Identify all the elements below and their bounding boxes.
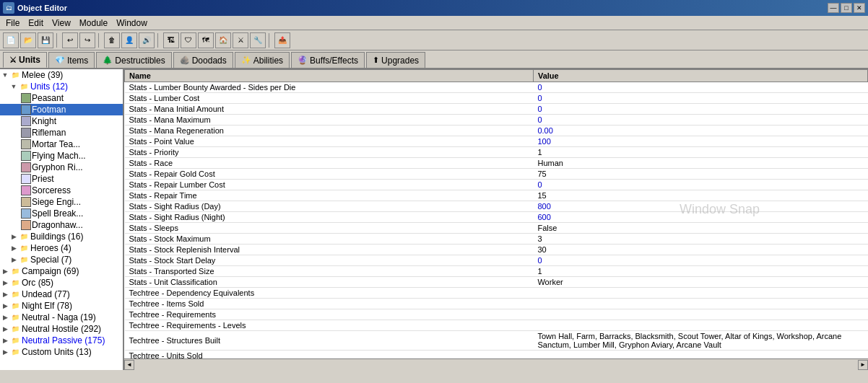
tree-group-buildings[interactable]: ▶ 📁 Buildings (16) <box>0 231 123 242</box>
h-scroll-left[interactable]: ◄ <box>124 360 134 370</box>
tree-unit-footman[interactable]: Footman <box>0 104 123 115</box>
tree-unit-gryphon[interactable]: Gryphon Ri... <box>0 162 123 173</box>
table-row[interactable]: Stats - Point Value100 <box>125 136 868 147</box>
expand-custom[interactable]: ▶ <box>1 348 9 356</box>
minimize-button[interactable]: — <box>828 3 839 13</box>
props-table[interactable]: Name Value Stats - Lumber Bounty Awarded… <box>124 69 868 358</box>
tree-unit-priest[interactable]: Priest <box>0 173 123 185</box>
tree-panel[interactable]: ▼ 📁 Melee (39) ▼ 📁 Units (12) Peasant Fo… <box>0 69 124 370</box>
expand-passive[interactable]: ▶ <box>1 337 9 344</box>
tb-save[interactable]: 💾 <box>38 32 53 48</box>
table-row[interactable]: Techtree - Dependency Equivalents <box>125 288 868 299</box>
table-row[interactable]: Techtree - Items Sold <box>125 299 868 309</box>
tree-group-undead[interactable]: ▶ 📁 Undead (77) <box>0 289 123 300</box>
h-scroll-track[interactable] <box>134 360 858 370</box>
table-row[interactable]: Techtree - Requirements - Levels <box>125 320 868 331</box>
tree-group-heroes[interactable]: ▶ 📁 Heroes (4) <box>0 242 123 254</box>
table-row[interactable]: Stats - RaceHuman <box>125 158 868 169</box>
tree-group-hostile[interactable]: ▶ 📁 Neutral Hostile (292) <box>0 323 123 335</box>
tree-unit-peasant[interactable]: Peasant <box>0 92 123 104</box>
title-bar-buttons[interactable]: — □ ✕ <box>828 3 865 13</box>
h-scroll-right[interactable]: ► <box>858 360 868 370</box>
tb-export[interactable]: 📤 <box>274 32 290 48</box>
table-row[interactable]: Stats - Priority1 <box>125 147 868 158</box>
table-row[interactable]: Stats - Stock Maximum3 <box>125 234 868 245</box>
tree-unit-mortar[interactable]: Mortar Tea... <box>0 138 123 150</box>
menu-edit[interactable]: Edit <box>24 17 48 30</box>
tab-doodads[interactable]: 🪨 Doodads <box>173 52 233 68</box>
tree-group-naga[interactable]: ▶ 📁 Neutral - Naga (19) <box>0 312 123 323</box>
tree-group-campaign[interactable]: ▶ 📁 Campaign (69) <box>0 265 123 277</box>
tb-redo[interactable]: ↪ <box>79 32 95 48</box>
tree-unit-spellbreaker[interactable]: Spell Break... <box>0 208 123 219</box>
tab-upgrades[interactable]: ⬆ Upgrades <box>366 52 425 68</box>
menu-window[interactable]: Window <box>112 17 152 30</box>
expand-buildings[interactable]: ▶ <box>10 233 17 240</box>
table-row[interactable]: Stats - Repair Lumber Cost0 <box>125 180 868 190</box>
table-row[interactable]: Techtree - Structures BuiltTown Hall, Fa… <box>125 331 868 351</box>
tree-unit-dragonhawk[interactable]: Dragonhaw... <box>0 219 123 231</box>
tree-group-orc[interactable]: ▶ 📁 Orc (85) <box>0 277 123 289</box>
tree-group-nightelf[interactable]: ▶ 📁 Night Elf (78) <box>0 300 123 312</box>
tree-unit-knight[interactable]: Knight <box>0 115 123 127</box>
expand-units[interactable]: ▼ <box>10 83 17 90</box>
tb-undo[interactable]: ↩ <box>62 32 78 48</box>
tb-btn4[interactable]: 👤 <box>121 32 137 48</box>
table-row[interactable]: Stats - Stock Start Delay0 <box>125 255 868 266</box>
tree-unit-siege[interactable]: Siege Engi... <box>0 196 123 208</box>
tb-btn5[interactable]: 🔊 <box>139 32 155 48</box>
table-row[interactable]: Stats - Mana Maximum0 <box>125 115 868 126</box>
table-row[interactable]: Stats - Mana Initial Amount0 <box>125 104 868 115</box>
close-button[interactable]: ✕ <box>854 3 865 13</box>
tree-unit-rifleman[interactable]: Rifleman <box>0 127 123 138</box>
table-row[interactable]: Stats - Lumber Cost0 <box>125 93 868 104</box>
tab-units[interactable]: ⚔ Units <box>3 52 47 68</box>
table-row[interactable]: Stats - Repair Time15 <box>125 190 868 201</box>
tb-open[interactable]: 📂 <box>20 32 36 48</box>
table-row[interactable]: Techtree - Units Sold <box>125 351 868 359</box>
expand-hostile[interactable]: ▶ <box>1 325 9 333</box>
h-scrollbar[interactable]: ◄ ► <box>124 358 868 370</box>
table-row[interactable]: Stats - Lumber Bounty Awarded - Sides pe… <box>125 82 868 93</box>
table-row[interactable]: Techtree - Requirements <box>125 309 868 320</box>
menu-file[interactable]: File <box>1 17 24 30</box>
expand-nightelf[interactable]: ▶ <box>1 302 9 309</box>
tab-buffs[interactable]: 🔮 Buffs/Effects <box>291 52 365 68</box>
table-row[interactable]: Stats - Sight Radius (Day)800 <box>125 201 868 212</box>
tree-group-units[interactable]: ▼ 📁 Units (12) <box>0 81 123 92</box>
expand-campaign[interactable]: ▶ <box>1 268 9 275</box>
expand-undead[interactable]: ▶ <box>1 291 9 298</box>
tb-new[interactable]: 📄 <box>3 32 19 48</box>
table-row[interactable]: Stats - SleepsFalse <box>125 223 868 234</box>
tab-destructibles[interactable]: 🌲 Destructibles <box>96 52 171 68</box>
tab-abilities[interactable]: ✨ Abilities <box>235 52 290 68</box>
tree-group-melee[interactable]: ▼ 📁 Melee (39) <box>0 69 123 81</box>
maximize-button[interactable]: □ <box>841 3 852 13</box>
expand-orc[interactable]: ▶ <box>1 279 9 286</box>
tb-btn10[interactable]: ⚔ <box>233 32 248 48</box>
table-row[interactable]: Stats - Stock Replenish Interval30 <box>125 245 868 255</box>
tree-group-special[interactable]: ▶ 📁 Special (7) <box>0 254 123 265</box>
expand-special[interactable]: ▶ <box>10 256 17 263</box>
tab-items[interactable]: 💎 Items <box>48 52 95 68</box>
expand-heroes[interactable]: ▶ <box>10 245 17 252</box>
tb-btn8[interactable]: 🗺 <box>198 32 214 48</box>
tree-unit-sorceress[interactable]: Sorceress <box>0 185 123 196</box>
tb-btn11[interactable]: 🔧 <box>250 32 266 48</box>
tb-btn3[interactable]: 🗑 <box>104 32 120 48</box>
table-row[interactable]: Stats - Transported Size1 <box>125 266 868 277</box>
tree-group-custom[interactable]: ▶ 📁 Custom Units (13) <box>0 346 123 358</box>
tb-btn6[interactable]: 🏗 <box>163 32 179 48</box>
expand-melee[interactable]: ▼ <box>1 71 9 79</box>
table-row[interactable]: Stats - Unit ClassificationWorker <box>125 277 868 288</box>
tree-group-passive[interactable]: ▶ 📁 Neutral Passive (175) <box>0 335 123 346</box>
table-row[interactable]: Stats - Sight Radius (Night)600 <box>125 212 868 223</box>
table-row[interactable]: Stats - Repair Gold Cost75 <box>125 169 868 180</box>
expand-naga[interactable]: ▶ <box>1 314 9 321</box>
menu-view[interactable]: View <box>48 17 75 30</box>
tb-btn9[interactable]: 🏠 <box>215 32 231 48</box>
table-row[interactable]: Stats - Mana Regeneration0.00 <box>125 126 868 136</box>
tb-btn7[interactable]: 🛡 <box>181 32 196 48</box>
menu-module[interactable]: Module <box>75 17 112 30</box>
tree-unit-flying[interactable]: Flying Mach... <box>0 150 123 162</box>
